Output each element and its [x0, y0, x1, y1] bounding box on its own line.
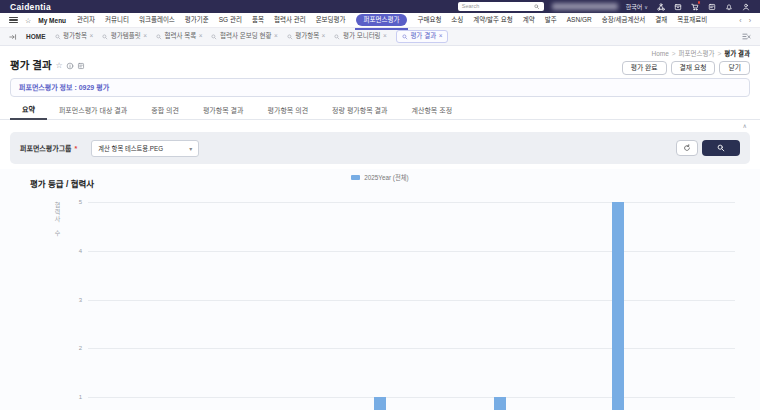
- evaluation-group-select[interactable]: 계산 항목 테스트용.PEG ▾: [91, 140, 199, 157]
- menu-item[interactable]: 품목: [252, 17, 264, 24]
- pin-icon: [334, 34, 340, 40]
- bell-icon[interactable]: [724, 2, 733, 11]
- favorite-star-icon[interactable]: ☆: [56, 62, 63, 70]
- menu-item[interactable]: 협력사 관리: [274, 17, 306, 24]
- pin-tabs-icon[interactable]: [9, 33, 17, 41]
- menu-item[interactable]: SG 관리: [219, 17, 242, 24]
- legend-label: 2025Year (전체): [364, 173, 408, 182]
- tab[interactable]: 협력사 온보딩 현황×: [211, 33, 277, 40]
- header-button[interactable]: 평가 완료: [622, 61, 667, 76]
- menu-item[interactable]: 평가기준: [185, 17, 209, 24]
- subtab[interactable]: 평가항목 의견: [256, 102, 321, 119]
- subtab[interactable]: 평가항목 결과: [191, 102, 256, 119]
- close-tab-icon[interactable]: ×: [274, 33, 278, 40]
- network-icon[interactable]: [656, 2, 665, 11]
- menu-item[interactable]: 계약: [523, 17, 535, 24]
- gridline: [88, 348, 735, 349]
- close-tab-icon[interactable]: ×: [439, 33, 443, 40]
- tab-label: 평가 모니터링: [343, 33, 381, 40]
- breadcrumb-item[interactable]: 평가 결과: [724, 51, 750, 58]
- menu-item[interactable]: 관리자: [77, 17, 95, 24]
- info-icon[interactable]: [66, 62, 74, 70]
- language-label: 한국어: [626, 2, 643, 11]
- bar[interactable]: [612, 202, 624, 410]
- tab[interactable]: 평가항목×: [287, 33, 326, 40]
- y-tick-label: 4: [58, 248, 82, 254]
- menu-prev-icon[interactable]: ‹: [739, 17, 741, 24]
- breadcrumb-item[interactable]: 퍼포먼스평가: [679, 51, 715, 58]
- my-menu-label[interactable]: My Menu: [38, 17, 66, 24]
- menu-item[interactable]: 계약/발주 요청: [473, 17, 513, 24]
- menu-item[interactable]: 송장/세금계산서: [602, 17, 646, 24]
- tab[interactable]: 협력사 목록×: [156, 33, 203, 40]
- collapse-section-icon[interactable]: ∧: [743, 123, 747, 129]
- pin-icon: [55, 34, 61, 40]
- feedback-icon[interactable]: [707, 2, 716, 11]
- subtab[interactable]: 종합 의견: [139, 102, 191, 119]
- menu-item[interactable]: 퍼포먼스평가: [356, 14, 408, 26]
- tab[interactable]: 평가항목×: [55, 33, 94, 40]
- star-icon: ☆: [25, 17, 31, 24]
- subtab[interactable]: 요약: [10, 101, 47, 120]
- header-buttons: 평가 완료결재 요청닫기: [622, 61, 750, 76]
- tab[interactable]: 평가템플릿×: [102, 33, 147, 40]
- pin-icon: [156, 34, 162, 40]
- menu-item[interactable]: 커뮤니티: [105, 17, 129, 24]
- menu-item[interactable]: 워크플레이스: [139, 17, 175, 24]
- search-button[interactable]: [702, 140, 740, 156]
- tab-label: 협력사 목록: [164, 33, 196, 40]
- breadcrumb: Home>퍼포먼스평가>평가 결과: [651, 51, 750, 58]
- app-window: Caidentia Search 한국어 ∨: [0, 0, 760, 410]
- gridline: [88, 202, 735, 203]
- package-icon[interactable]: [673, 2, 682, 11]
- search-placeholder: Search: [462, 4, 532, 10]
- hamburger-menu-icon[interactable]: [9, 17, 18, 23]
- close-tab-icon[interactable]: ×: [199, 33, 203, 40]
- language-selector[interactable]: 한국어 ∨: [626, 2, 648, 11]
- chevron-down-icon: ▾: [189, 145, 192, 152]
- menu-item[interactable]: 구매요청: [417, 17, 441, 24]
- tab-label: 평가템플릿: [111, 33, 141, 40]
- close-tab-icon[interactable]: ×: [383, 33, 387, 40]
- menu-item[interactable]: 목표재료비: [677, 17, 707, 24]
- y-tick-label: 3: [58, 297, 82, 303]
- header-button[interactable]: 결재 요청: [671, 61, 716, 76]
- menu-item[interactable]: ASN/GR: [567, 17, 592, 24]
- open-tabs-bar: HOME 평가항목×평가템플릿×협력사 목록×협력사 온보딩 현황×평가항목×평…: [0, 28, 760, 46]
- tab-label: 평가항목: [295, 33, 319, 40]
- menu-next-icon[interactable]: ›: [749, 17, 751, 24]
- subtab[interactable]: 계산항목 조정: [400, 102, 465, 119]
- user-icon[interactable]: [741, 2, 750, 11]
- menu-items: 관리자커뮤니티워크플레이스평가기준SG 관리품목협력사 관리온보딩평가퍼포먼스평…: [77, 14, 732, 26]
- subtab[interactable]: 퍼포먼스평가 대상 결과: [47, 102, 139, 119]
- menu-item[interactable]: 소싱: [451, 17, 463, 24]
- tab[interactable]: 평가 모니터링×: [334, 33, 386, 40]
- menu-item[interactable]: 발주: [545, 17, 557, 24]
- menu-item[interactable]: 결재: [655, 17, 667, 24]
- close-tab-icon[interactable]: ×: [89, 33, 93, 40]
- close-tab-icon[interactable]: ×: [143, 33, 147, 40]
- chart-legend[interactable]: 2025Year (전체): [0, 173, 760, 182]
- subtab[interactable]: 정량 평가항목 결과: [320, 102, 399, 119]
- cart-icon[interactable]: [690, 2, 699, 11]
- close-all-tabs-icon[interactable]: [742, 32, 751, 41]
- bar[interactable]: [374, 397, 386, 410]
- title-wrap: 평가 결과 ☆: [10, 56, 85, 75]
- close-tab-icon[interactable]: ×: [322, 33, 326, 40]
- page-header: 평가 결과 ☆ Home>퍼포먼스평가>평가 결과 평가 완료결재 요청닫기: [0, 46, 760, 75]
- tab-home[interactable]: HOME: [26, 33, 46, 40]
- tab-label: 협력사 온보딩 현황: [220, 33, 271, 40]
- gridline: [88, 251, 735, 252]
- breadcrumb-item[interactable]: Home: [651, 51, 668, 58]
- chart-title: 평가 등급 / 협력사: [30, 180, 94, 189]
- topbar-right: Search 한국어 ∨: [458, 2, 750, 11]
- guide-icon[interactable]: [77, 62, 85, 70]
- refresh-button[interactable]: [676, 140, 698, 156]
- global-search-input[interactable]: Search: [458, 2, 544, 11]
- tab[interactable]: 평가 결과×: [396, 30, 449, 44]
- menu-item[interactable]: 온보딩평가: [316, 17, 346, 24]
- evaluation-info-box: 퍼포먼스평가 정보 : 0929 평가: [10, 78, 750, 97]
- topbar: Caidentia Search 한국어 ∨: [0, 0, 760, 13]
- header-button[interactable]: 닫기: [719, 61, 750, 76]
- bar[interactable]: [494, 397, 506, 410]
